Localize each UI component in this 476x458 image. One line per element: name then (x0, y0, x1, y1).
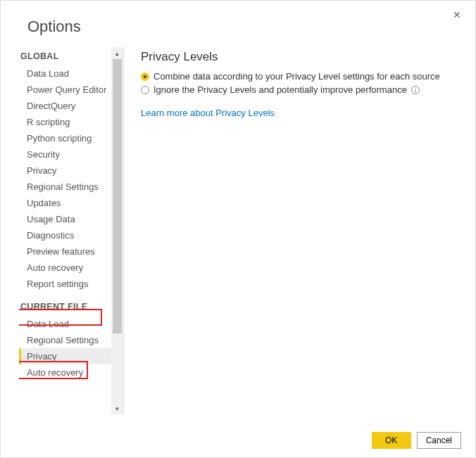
nav-item-security[interactable]: Security (19, 146, 112, 163)
nav-item-file-regional-settings[interactable]: Regional Settings (19, 332, 112, 348)
nav-item-usage-data[interactable]: Usage Data (19, 211, 112, 227)
radio-ignore-privacy[interactable]: Ignore the Privacy Levels and potentiall… (141, 84, 461, 95)
nav-section-current-file: CURRENT FILE (19, 298, 112, 316)
scroll-down-icon[interactable]: ▾ (111, 402, 123, 414)
nav-item-file-data-load[interactable]: Data Load (19, 316, 112, 332)
nav-item-report-settings[interactable]: Report settings (19, 276, 112, 292)
nav-section-global: GLOBAL (19, 47, 112, 65)
content-panel: Privacy Levels Combine data according to… (137, 47, 461, 414)
nav-item-r-scripting[interactable]: R scripting (19, 114, 112, 130)
info-icon[interactable]: i (411, 86, 420, 94)
nav-item-python-scripting[interactable]: Python scripting (19, 130, 112, 146)
nav-item-global-regional-settings[interactable]: Regional Settings (19, 179, 112, 195)
nav-item-global-auto-recovery[interactable]: Auto recovery (19, 260, 112, 276)
ok-button[interactable]: OK (372, 432, 411, 449)
vertical-divider (123, 47, 124, 414)
radio-unselected-icon[interactable] (141, 86, 149, 94)
radio-selected-icon[interactable] (141, 72, 149, 81)
options-dialog: ✕ Options GLOBAL Data Load Power Query E… (0, 0, 476, 458)
nav-item-directquery[interactable]: DirectQuery (19, 98, 112, 114)
nav-item-diagnostics[interactable]: Diagnostics (19, 227, 112, 243)
radio-label: Combine data according to your Privacy L… (154, 71, 440, 82)
sidebar-scrollbar[interactable]: ▴ ▾ (111, 47, 123, 414)
sidebar-wrap: GLOBAL Data Load Power Query Editor Dire… (19, 47, 123, 414)
radio-combine-data[interactable]: Combine data according to your Privacy L… (141, 71, 461, 82)
radio-label: Ignore the Privacy Levels and potentiall… (154, 84, 407, 95)
nav-item-file-auto-recovery[interactable]: Auto recovery (19, 364, 112, 381)
nav-item-data-load[interactable]: Data Load (19, 65, 112, 82)
nav-item-file-privacy[interactable]: Privacy (19, 348, 112, 364)
dialog-footer: OK Cancel (372, 432, 461, 449)
cancel-button[interactable]: Cancel (417, 432, 461, 449)
nav-item-power-query-editor[interactable]: Power Query Editor (19, 82, 112, 98)
nav-item-global-privacy[interactable]: Privacy (19, 163, 112, 179)
nav-item-preview-features[interactable]: Preview features (19, 243, 112, 260)
close-icon[interactable]: ✕ (447, 6, 467, 23)
dialog-title: Options (1, 1, 475, 42)
dialog-body: GLOBAL Data Load Power Query Editor Dire… (1, 42, 475, 414)
nav-item-updates[interactable]: Updates (19, 195, 112, 211)
learn-more-link[interactable]: Learn more about Privacy Levels (141, 108, 461, 118)
scroll-up-icon[interactable]: ▴ (111, 47, 123, 59)
scrollbar-thumb[interactable] (113, 59, 122, 333)
nav-sidebar: GLOBAL Data Load Power Query Editor Dire… (19, 47, 112, 414)
content-heading: Privacy Levels (141, 50, 461, 64)
